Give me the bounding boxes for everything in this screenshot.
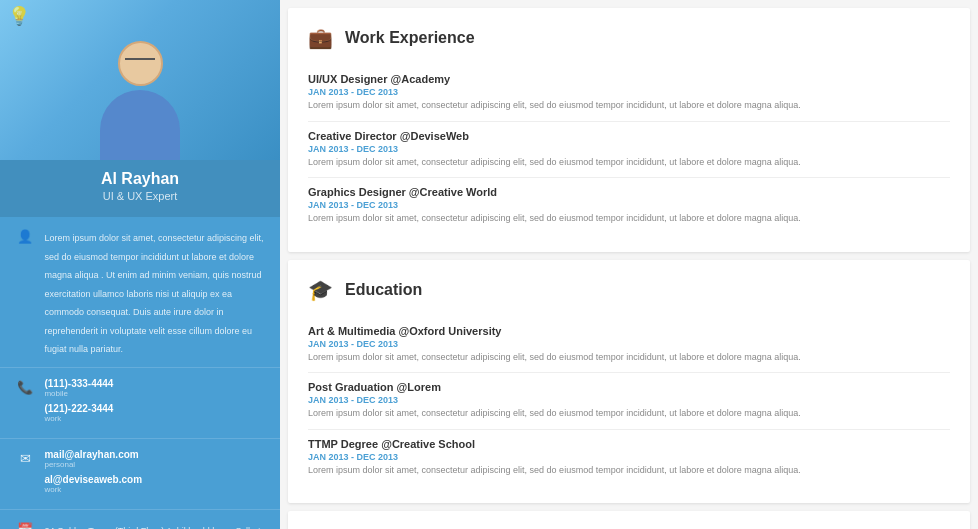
graduation-icon: 🎓: [308, 278, 333, 302]
bio-section: 👤 Lorem ipsum dolor sit amet, consectetu…: [0, 217, 280, 368]
location-icon: 📅: [15, 522, 35, 530]
education-item: TTMP Degree @Creative School JAN 2013 - …: [308, 430, 950, 486]
briefcase-icon: 💼: [308, 26, 333, 50]
email-content: mail@alrayhan.com personal al@deviseaweb…: [39, 449, 264, 499]
bio-content: Lorem ipsum dolor sit amet, consectetur …: [39, 227, 264, 357]
phone-section: 📞 (111)-333-4444 mobile (121)-222-3444 w…: [0, 368, 280, 439]
work-experience-item: Creative Director @DeviseWeb JAN 2013 - …: [308, 122, 950, 179]
exp-title: Creative Director @DeviseWeb: [308, 130, 950, 142]
exp-desc: Lorem ipsum dolor sit amet, consectetur …: [308, 156, 950, 170]
phone1-value: (111)-333-4444: [44, 378, 264, 389]
bio-text: Lorem ipsum dolor sit amet, consectetur …: [44, 233, 263, 354]
education-item: Post Graduation @Lorem JAN 2013 - DEC 20…: [308, 373, 950, 430]
lamp-decoration: 💡: [8, 5, 30, 27]
email2-value: al@deviseaweb.com: [44, 474, 264, 485]
exp-date: JAN 2013 - DEC 2013: [308, 87, 950, 97]
sidebar: 💡 Al Rayhan UI & UX Expert 👤 Lorem ipsum…: [0, 0, 280, 529]
education-card: 🎓 Education Art & Multimedia @Oxford Uni…: [288, 260, 970, 504]
edu-title: Post Graduation @Lorem: [308, 381, 950, 393]
email-section: ✉ mail@alrayhan.com personal al@deviseaw…: [0, 439, 280, 510]
profile-name-section: Al Rayhan UI & UX Expert: [0, 160, 280, 217]
profile-title: UI & UX Expert: [15, 190, 265, 202]
address-text: 24 Golden Tower (Third Floor) Ashikbashk…: [44, 526, 262, 530]
work-experience-item: Graphics Designer @Creative World JAN 20…: [308, 178, 950, 234]
email1-value: mail@alrayhan.com: [44, 449, 264, 460]
phone-icon: 📞: [15, 380, 35, 395]
edu-date: JAN 2013 - DEC 2013: [308, 395, 950, 405]
work-experience-item: UI/UX Designer @Academy JAN 2013 - DEC 2…: [308, 65, 950, 122]
resume-container: 💡 Al Rayhan UI & UX Expert 👤 Lorem ipsum…: [0, 0, 978, 529]
education-title: Education: [345, 281, 422, 299]
edu-desc: Lorem ipsum dolor sit amet, consectetur …: [308, 351, 950, 365]
work-experience-header: 💼 Work Experience: [308, 26, 950, 50]
edu-title: TTMP Degree @Creative School: [308, 438, 950, 450]
exp-title: Graphics Designer @Creative World: [308, 186, 950, 198]
exp-desc: Lorem ipsum dolor sit amet, consectetur …: [308, 99, 950, 113]
body-shape: [100, 90, 180, 160]
work-experience-card: 💼 Work Experience UI/UX Designer @Academ…: [288, 8, 970, 252]
email2-type: work: [44, 485, 264, 494]
address-section: 📅 24 Golden Tower (Third Floor) Ashikbas…: [0, 510, 280, 530]
phone1-type: mobile: [44, 389, 264, 398]
edu-date: JAN 2013 - DEC 2013: [308, 452, 950, 462]
glasses-shape: [125, 58, 155, 66]
profile-silhouette: [80, 20, 200, 160]
exp-title: UI/UX Designer @Academy: [308, 73, 950, 85]
edu-desc: Lorem ipsum dolor sit amet, consectetur …: [308, 407, 950, 421]
address-content: 24 Golden Tower (Third Floor) Ashikbashk…: [39, 520, 264, 530]
email1-type: personal: [44, 460, 264, 469]
education-header: 🎓 Education: [308, 278, 950, 302]
edu-desc: Lorem ipsum dolor sit amet, consectetur …: [308, 464, 950, 478]
exp-desc: Lorem ipsum dolor sit amet, consectetur …: [308, 212, 950, 226]
phone2-value: (121)-222-3444: [44, 403, 264, 414]
profile-photo-area: 💡: [0, 0, 280, 160]
work-items-list: UI/UX Designer @Academy JAN 2013 - DEC 2…: [308, 65, 950, 234]
head-shape: [118, 41, 163, 86]
main-content: 💼 Work Experience UI/UX Designer @Academ…: [280, 0, 978, 529]
education-items-list: Art & Multimedia @Oxford University JAN …: [308, 317, 950, 486]
phone-content: (111)-333-4444 mobile (121)-222-3444 wor…: [39, 378, 264, 428]
profile-name: Al Rayhan: [15, 170, 265, 188]
phone2-type: work: [44, 414, 264, 423]
work-experience-title: Work Experience: [345, 29, 475, 47]
interests-card: ✈ Interestes 🖼🎵🎧💬💻: [288, 511, 970, 529]
edu-date: JAN 2013 - DEC 2013: [308, 339, 950, 349]
person-icon: 👤: [15, 229, 35, 244]
education-item: Art & Multimedia @Oxford University JAN …: [308, 317, 950, 374]
exp-date: JAN 2013 - DEC 2013: [308, 144, 950, 154]
exp-date: JAN 2013 - DEC 2013: [308, 200, 950, 210]
edu-title: Art & Multimedia @Oxford University: [308, 325, 950, 337]
email-icon: ✉: [15, 451, 35, 466]
